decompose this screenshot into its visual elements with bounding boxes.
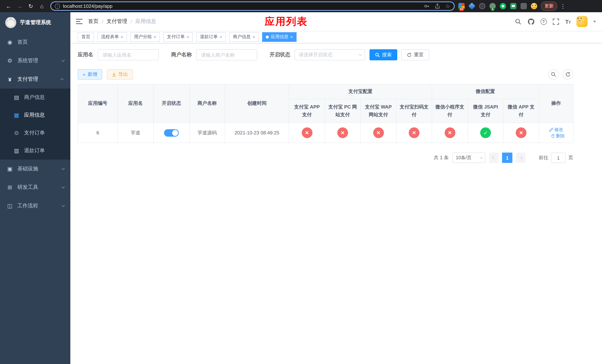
extension-avatar-badge: 1: [491, 7, 495, 11]
extension-avatar-icon[interactable]: 1: [489, 3, 496, 9]
content: 应用名 商户名称 开启状态 请选择开启状态 搜索: [70, 43, 573, 163]
table-tools: [548, 69, 573, 80]
status-select-placeholder: 请选择开启状态: [299, 52, 333, 58]
reset-button[interactable]: 重置: [401, 49, 429, 60]
help-icon[interactable]: ?: [540, 18, 547, 25]
hamburger-icon[interactable]: [70, 19, 88, 24]
sidebar-item-app-info[interactable]: ▦ 应用信息: [0, 106, 70, 124]
breadcrumb-pay[interactable]: 支付管理: [107, 18, 127, 25]
prev-page-button[interactable]: [489, 152, 498, 163]
alipay-qr-status-icon: [409, 127, 419, 138]
extension-dark-puzzle-icon[interactable]: [521, 3, 527, 9]
user-avatar[interactable]: [576, 16, 588, 27]
extension-globe-icon[interactable]: [479, 3, 485, 9]
table-search-toggle-icon[interactable]: [548, 69, 559, 80]
close-icon[interactable]: ×: [290, 35, 293, 39]
url-text[interactable]: localhost:1024/pay/app: [63, 3, 112, 9]
edit-link[interactable]: 修改: [549, 127, 563, 133]
site-info-icon[interactable]: i: [55, 3, 60, 9]
extension-green-circle-icon[interactable]: [500, 3, 506, 9]
profile-avatar-icon[interactable]: [531, 3, 537, 9]
github-icon[interactable]: [527, 18, 535, 25]
enabled-toggle[interactable]: [164, 129, 179, 137]
edit-link-label: 修改: [554, 127, 563, 133]
merchant-name-label: 商户名称: [171, 52, 192, 58]
status-select[interactable]: 请选择开启状态: [295, 49, 365, 60]
caret-down-icon[interactable]: [593, 21, 596, 22]
bookmark-star-icon[interactable]: ☆: [445, 3, 450, 9]
table-refresh-icon[interactable]: [563, 69, 573, 80]
fullscreen-icon[interactable]: [552, 18, 559, 25]
wx-mini-status-icon: [444, 127, 455, 138]
page-title: 应用列表: [265, 15, 308, 28]
sidebar-item-payment[interactable]: ¥ 支付管理: [0, 70, 70, 88]
tab-process-form[interactable]: 流程表单 ×: [97, 32, 127, 42]
add-button[interactable]: + 新增: [78, 69, 102, 80]
breadcrumb-home[interactable]: 首页: [88, 18, 98, 25]
devtools-icon: ⊞: [7, 184, 13, 191]
sidebar-item-refund-order[interactable]: ▥ 退款订单: [0, 142, 70, 160]
merchant-name-input[interactable]: [196, 49, 257, 60]
close-icon[interactable]: ×: [121, 35, 123, 39]
extension-badge: 10: [459, 7, 464, 11]
text-size-icon[interactable]: TT: [565, 18, 571, 25]
sidebar-logo[interactable]: 芋道管理系统: [0, 12, 70, 33]
address-bar[interactable]: i localhost:1024/pay/app ☆: [50, 1, 455, 11]
col-header-wx-jsapi: 微信 JSAPI 支付: [468, 99, 503, 123]
pagination: 共 1 条 10条/页 1 前往 页: [78, 152, 573, 163]
close-icon[interactable]: ×: [154, 35, 156, 39]
tab-home[interactable]: 首页: [78, 32, 94, 42]
chevron-down-icon: [62, 167, 64, 170]
sidebar-item-system[interactable]: ⚙ 系统管理: [0, 52, 70, 70]
export-button[interactable]: 导出: [107, 69, 133, 80]
tags-view: 首页 流程表单 × 用户分组 × 支付订单 × 退款订单 ×: [70, 31, 602, 43]
home-icon[interactable]: ⌂: [37, 1, 47, 11]
page-size-select[interactable]: 10条/页: [452, 152, 485, 163]
forward-icon[interactable]: →: [15, 1, 24, 11]
pencil-icon: [549, 128, 553, 132]
tab-pay-order[interactable]: 支付订单 ×: [163, 32, 193, 42]
tab-merchant-info[interactable]: 商户信息 ×: [229, 32, 259, 42]
tab-user-group[interactable]: 用户分组 ×: [130, 32, 160, 42]
tab-label: 商户信息: [233, 34, 251, 40]
search-button[interactable]: 搜索: [369, 49, 397, 60]
logo-avatar: [5, 17, 16, 28]
back-icon[interactable]: ←: [4, 1, 13, 11]
navbar-actions: ? TT: [515, 16, 602, 27]
search-icon[interactable]: [515, 18, 522, 25]
goto-label: 前往: [539, 154, 548, 161]
app-name-input[interactable]: [98, 49, 159, 60]
menu-dots-icon[interactable]: ⋮: [560, 3, 566, 10]
goto-page-input[interactable]: [551, 152, 566, 163]
extension-chat-icon[interactable]: [510, 3, 516, 9]
sidebar-item-devtools[interactable]: ⊞ 研发工具: [0, 178, 70, 197]
tab-refund-order[interactable]: 退款订单 ×: [196, 32, 226, 42]
app-grid-icon: ▦: [13, 112, 20, 118]
close-icon[interactable]: ×: [252, 35, 255, 39]
chevron-down-icon: [359, 53, 362, 56]
close-icon[interactable]: ×: [220, 35, 222, 39]
sidebar-item-merchant-info[interactable]: ▤ 商户信息: [0, 88, 70, 106]
extensions-puzzle-icon[interactable]: 10: [458, 3, 465, 9]
tab-app-info-active[interactable]: 应用信息 ×: [262, 32, 297, 42]
sidebar-item-home[interactable]: ◉ 首页: [0, 33, 70, 52]
browser-update-button[interactable]: 更新: [541, 1, 557, 11]
next-page-button[interactable]: [516, 152, 525, 163]
sidebar-item-infra[interactable]: ▣ 基础设施: [0, 160, 70, 178]
page-number-button[interactable]: 1: [502, 152, 512, 163]
col-header-id: 应用编号: [78, 84, 118, 123]
delete-link[interactable]: 删除: [551, 133, 565, 139]
key-icon[interactable]: [424, 3, 429, 9]
sidebar-item-label: 商户信息: [24, 94, 45, 101]
close-icon[interactable]: ×: [187, 35, 189, 39]
reset-button-label: 重置: [414, 52, 424, 58]
breadcrumb-separator: /: [102, 19, 103, 24]
reload-icon[interactable]: ↻: [26, 1, 35, 11]
sidebar-item-workflow[interactable]: ◫ 工作流程: [0, 197, 70, 215]
extension-gem-icon[interactable]: [468, 3, 475, 10]
sidebar-item-pay-order[interactable]: ⊙ 支付订单: [0, 124, 70, 142]
wx-jsapi-status-icon: [480, 127, 491, 138]
share-icon[interactable]: [434, 3, 440, 9]
app-name-label: 应用名: [78, 52, 93, 58]
sidebar-item-label: 退款订单: [24, 147, 45, 154]
